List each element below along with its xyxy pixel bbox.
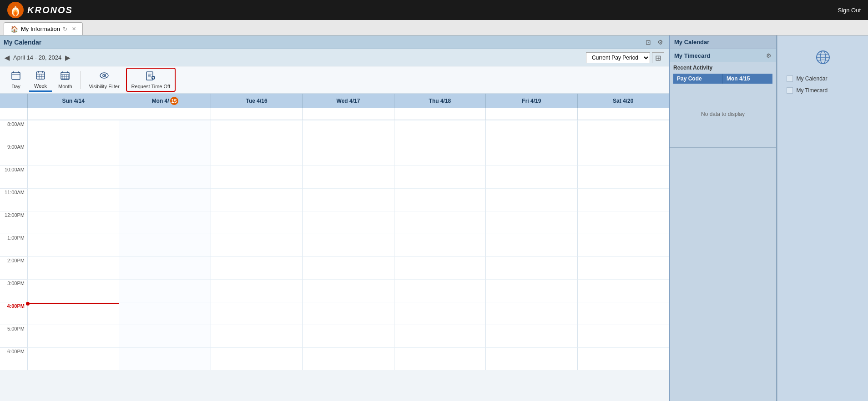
time-grid-wrapper[interactable]: 8:00AM 9:00AM (0, 120, 669, 401)
cell-wed-9am[interactable] (302, 143, 394, 165)
cell-fri-1pm[interactable] (485, 234, 577, 256)
cell-sun-8am[interactable] (27, 120, 119, 143)
nav-next-button[interactable]: ▶ (65, 54, 70, 61)
cell-tue-3pm[interactable] (211, 279, 302, 302)
cell-wed-3pm[interactable] (302, 279, 394, 302)
my-timecard-checkbox[interactable] (787, 87, 793, 94)
cell-fri-8am[interactable] (485, 120, 577, 143)
cell-sat-9am[interactable] (577, 143, 669, 165)
request-time-off-button[interactable]: Request Time Off (126, 68, 176, 92)
cell-wed-4pm[interactable] (302, 302, 394, 325)
cell-tue-6pm[interactable] (211, 347, 302, 370)
cell-mon-10am[interactable] (119, 165, 210, 188)
cell-thu-11am[interactable] (394, 188, 485, 211)
cell-sun-1pm[interactable] (27, 234, 119, 256)
cell-wed-10am[interactable] (302, 165, 394, 188)
cell-sun-5pm[interactable] (27, 325, 119, 347)
cell-fri-9am[interactable] (485, 143, 577, 165)
cell-mon-9am[interactable] (119, 143, 210, 165)
cell-mon-11am[interactable] (119, 188, 210, 211)
cell-thu-10am[interactable] (394, 165, 485, 188)
cell-sat-3pm[interactable] (577, 279, 669, 302)
cell-mon-12pm[interactable] (119, 211, 210, 234)
cell-mon-2pm[interactable] (119, 256, 210, 279)
cell-sat-12pm[interactable] (577, 211, 669, 234)
cell-tue-4pm[interactable] (211, 302, 302, 325)
cell-sun-11am[interactable] (27, 188, 119, 211)
refresh-icon[interactable]: ↻ (63, 26, 67, 32)
month-icon (60, 70, 70, 83)
grid-view-button[interactable]: ⊞ (652, 52, 664, 63)
cell-thu-1pm[interactable] (394, 234, 485, 256)
cell-sat-8am[interactable] (577, 120, 669, 143)
cell-sat-6pm[interactable] (577, 347, 669, 370)
cell-wed-6pm[interactable] (302, 347, 394, 370)
cell-sun-3pm[interactable] (27, 279, 119, 302)
timecard-settings-icon[interactable]: ⚙ (766, 52, 772, 59)
cell-mon-1pm[interactable] (119, 234, 210, 256)
my-calendar-checkbox[interactable] (787, 75, 793, 82)
day-header-sat-label: Sat 4/20 (613, 98, 633, 104)
cell-mon-6pm[interactable] (119, 347, 210, 370)
cell-sat-11am[interactable] (577, 188, 669, 211)
cell-mon-3pm[interactable] (119, 279, 210, 302)
cell-wed-1pm[interactable] (302, 234, 394, 256)
sign-out-button[interactable]: Sign Out (838, 7, 861, 14)
week-view-button[interactable]: Week (29, 68, 52, 92)
cell-thu-12pm[interactable] (394, 211, 485, 234)
cell-fri-5pm[interactable] (485, 325, 577, 347)
cell-mon-5pm[interactable] (119, 325, 210, 347)
cell-fri-2pm[interactable] (485, 256, 577, 279)
cell-tue-9am[interactable] (211, 143, 302, 165)
far-right-my-timecard[interactable]: My Timecard (787, 87, 859, 94)
cell-tue-10am[interactable] (211, 165, 302, 188)
cell-mon-4pm[interactable] (119, 302, 210, 325)
cell-wed-5pm[interactable] (302, 325, 394, 347)
period-dropdown[interactable]: Current Pay Period (586, 52, 650, 63)
cell-sun-12pm[interactable] (27, 211, 119, 234)
cell-fri-11am[interactable] (485, 188, 577, 211)
cell-sun-2pm[interactable] (27, 256, 119, 279)
cell-tue-8am[interactable] (211, 120, 302, 143)
cell-sat-4pm[interactable] (577, 302, 669, 325)
cell-sat-5pm[interactable] (577, 325, 669, 347)
cell-thu-4pm[interactable] (394, 302, 485, 325)
visibility-filter-button[interactable]: Visibility Filter (85, 69, 124, 91)
cell-thu-8am[interactable] (394, 120, 485, 143)
cell-tue-11am[interactable] (211, 188, 302, 211)
cell-wed-11am[interactable] (302, 188, 394, 211)
far-right-my-calendar[interactable]: My Calendar (787, 75, 859, 82)
cell-sat-2pm[interactable] (577, 256, 669, 279)
cell-sat-1pm[interactable] (577, 234, 669, 256)
cell-tue-12pm[interactable] (211, 211, 302, 234)
cell-fri-3pm[interactable] (485, 279, 577, 302)
cell-sat-10am[interactable] (577, 165, 669, 188)
cell-sun-10am[interactable] (27, 165, 119, 188)
calendar-settings-icon[interactable]: ⚙ (656, 38, 665, 47)
cell-thu-9am[interactable] (394, 143, 485, 165)
cell-sun-6pm[interactable] (27, 347, 119, 370)
cell-thu-6pm[interactable] (394, 347, 485, 370)
day-view-button[interactable]: Day (5, 69, 27, 91)
tab-my-information[interactable]: 🏠 My Information ↻ ✕ (4, 22, 83, 35)
cell-mon-8am[interactable] (119, 120, 210, 143)
calendar-window-icon[interactable]: ⊡ (644, 38, 653, 47)
cell-tue-2pm[interactable] (211, 256, 302, 279)
cell-fri-12pm[interactable] (485, 211, 577, 234)
cell-tue-5pm[interactable] (211, 325, 302, 347)
cell-tue-1pm[interactable] (211, 234, 302, 256)
month-view-button[interactable]: Month (54, 69, 77, 91)
cell-thu-2pm[interactable] (394, 256, 485, 279)
cell-thu-5pm[interactable] (394, 325, 485, 347)
cell-sun-9am[interactable] (27, 143, 119, 165)
cell-wed-12pm[interactable] (302, 211, 394, 234)
tab-close-icon[interactable]: ✕ (72, 26, 76, 32)
cell-thu-3pm[interactable] (394, 279, 485, 302)
cell-fri-6pm[interactable] (485, 347, 577, 370)
cell-fri-10am[interactable] (485, 165, 577, 188)
cell-sun-4pm[interactable] (27, 302, 119, 325)
cell-wed-8am[interactable] (302, 120, 394, 143)
nav-prev-button[interactable]: ◀ (5, 54, 10, 61)
cell-wed-2pm[interactable] (302, 256, 394, 279)
cell-fri-4pm[interactable] (485, 302, 577, 325)
